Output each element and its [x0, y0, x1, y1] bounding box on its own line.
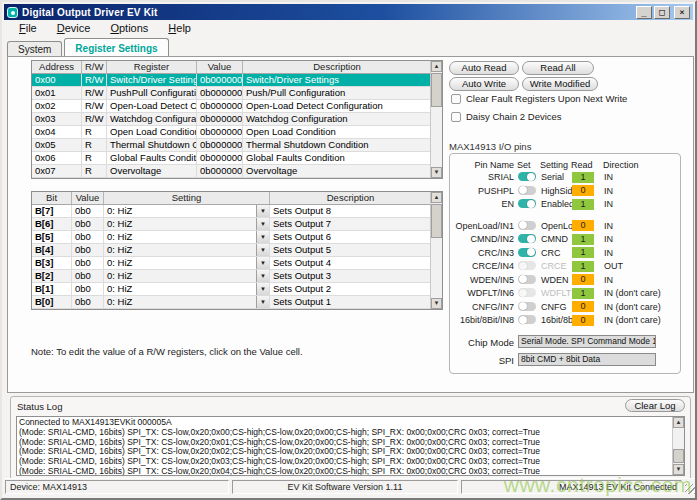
pin-name-label: OpenLoad/IN1: [450, 220, 514, 232]
tab-register-settings[interactable]: Register Settings: [64, 38, 168, 57]
auto-write-button[interactable]: Auto Write: [449, 77, 519, 91]
io-pin-row: WDFLT/IN6WDFLT1IN (don't care): [450, 287, 680, 299]
status-log-area[interactable]: Connected to MAX14913EVKit 000005A(Mode:…: [16, 416, 685, 476]
register-row[interactable]: 0x03R/WWatchdog Configuration0b00000000W…: [32, 113, 430, 126]
cell-value[interactable]: 0b00000000: [197, 126, 243, 138]
checkbox-icon[interactable]: [451, 112, 461, 122]
register-row[interactable]: 0x00R/WSwitch/Driver Settings0b00000000S…: [32, 74, 430, 87]
pin-toggle[interactable]: [518, 221, 536, 230]
auto-read-button[interactable]: Auto Read: [449, 61, 519, 75]
chevron-down-icon[interactable]: ▼: [256, 205, 269, 217]
menu-item-device[interactable]: Device: [48, 21, 100, 35]
pin-toggle[interactable]: [518, 248, 536, 257]
log-scrollbar[interactable]: ▲ ▼: [672, 417, 684, 475]
write-modified-button[interactable]: Write Modified: [522, 77, 598, 91]
pin-name-label: 16bit/8Bit/IN8: [450, 314, 514, 326]
cell-value[interactable]: 0b00000000: [197, 165, 243, 177]
maximize-button[interactable]: □: [654, 6, 670, 19]
minimize-button[interactable]: _: [636, 6, 652, 19]
pin-name-label: CMND/IN2: [450, 233, 514, 245]
bit-table-header: Bit Value Setting Description: [32, 192, 430, 205]
cell-value[interactable]: 0b00000000: [197, 100, 243, 112]
register-table: Address R/W Register Value Description 0…: [31, 60, 443, 179]
chevron-down-icon[interactable]: ▼: [256, 296, 269, 308]
pin-read-indicator: 1: [572, 234, 594, 245]
chevron-down-icon[interactable]: ▼: [256, 218, 269, 230]
read-all-button[interactable]: Read All: [522, 61, 594, 75]
setting-combobox[interactable]: 0: HiZ▼: [104, 244, 270, 256]
menu-item-file[interactable]: File: [10, 21, 46, 35]
cell-value[interactable]: 0b00000000: [197, 74, 243, 86]
cell-bit: B[0]: [32, 296, 72, 308]
pin-toggle[interactable]: [518, 186, 536, 195]
pin-read-indicator: 0: [572, 274, 594, 285]
pin-direction-label: IN (don't care): [604, 287, 661, 299]
scroll-down-icon[interactable]: ▼: [431, 167, 442, 178]
pin-toggle[interactable]: [518, 302, 536, 311]
cell-rw: R/W: [82, 113, 107, 125]
cell-value[interactable]: 0b00000000: [197, 139, 243, 151]
register-table-scrollbar[interactable]: ▲ ▼: [430, 61, 442, 178]
clear-log-button[interactable]: Clear Log: [625, 399, 685, 412]
setting-combobox[interactable]: 0: HiZ▼: [104, 231, 270, 243]
pin-toggle[interactable]: [518, 172, 536, 181]
chevron-down-icon[interactable]: ▼: [256, 257, 269, 269]
pin-toggle[interactable]: [518, 199, 536, 208]
menu-item-options[interactable]: Options: [101, 21, 157, 35]
chevron-down-icon[interactable]: ▼: [256, 283, 269, 295]
register-row[interactable]: 0x01R/WPushPull Configuration0b00000000P…: [32, 87, 430, 100]
col-setting: Setting: [104, 192, 270, 204]
scroll-down-icon[interactable]: ▼: [673, 464, 684, 475]
cell-register: Thermal Shutdown Con...: [107, 139, 197, 151]
hdr-read: Read: [571, 160, 593, 170]
pin-direction-label: IN (don't care): [604, 301, 661, 313]
cell-bit: B[5]: [32, 231, 72, 243]
chip-mode-field: Serial Mode. SPI Command Mode 16bit: [518, 335, 656, 348]
cell-value[interactable]: 0b00000000: [197, 113, 243, 125]
cell-description: Push/Pull Configuration: [243, 87, 432, 99]
cell-address: 0x01: [32, 87, 82, 99]
cell-value[interactable]: 0b00000000: [197, 152, 243, 164]
pin-name-label: EN: [450, 198, 514, 210]
checkbox-icon[interactable]: [451, 94, 461, 104]
close-button[interactable]: ×: [674, 6, 690, 19]
scrollbar-thumb[interactable]: [431, 204, 442, 238]
setting-combobox[interactable]: 0: HiZ▼: [104, 283, 270, 295]
setting-combobox[interactable]: 0: HiZ▼: [104, 296, 270, 308]
scroll-up-icon[interactable]: ▲: [673, 417, 684, 428]
checkbox-label: Daisy Chain 2 Devices: [466, 111, 562, 122]
scrollbar-thumb[interactable]: [431, 73, 442, 107]
scrollbar-thumb[interactable]: [673, 449, 684, 463]
daisy-chain-checkbox[interactable]: Daisy Chain 2 Devices: [451, 111, 562, 122]
tab-system[interactable]: System: [7, 41, 62, 57]
register-row[interactable]: 0x05RThermal Shutdown Con...0b00000000Th…: [32, 139, 430, 152]
register-row[interactable]: 0x06RGlobal Faults Condition0b00000000Gl…: [32, 152, 430, 165]
resize-grip-icon[interactable]: [685, 484, 695, 494]
chevron-down-icon[interactable]: ▼: [256, 270, 269, 282]
io-pins-group-title: MAX14913 I/O pins: [449, 141, 531, 152]
scroll-up-icon[interactable]: ▲: [431, 192, 442, 203]
menu-item-help[interactable]: Help: [159, 21, 200, 35]
register-row[interactable]: 0x07ROvervoltage0b00000000Overvoltage: [32, 165, 430, 178]
pin-toggle[interactable]: [518, 234, 536, 243]
cell-rw: R/W: [82, 74, 107, 86]
bit-table-scrollbar[interactable]: ▲ ▼: [430, 192, 442, 309]
setting-combobox[interactable]: 0: HiZ▼: [104, 270, 270, 282]
setting-combobox[interactable]: 0: HiZ▼: [104, 205, 270, 217]
register-row[interactable]: 0x04ROpen Load Condition0b00000000Open L…: [32, 126, 430, 139]
cell-address: 0x05: [32, 139, 82, 151]
scroll-up-icon[interactable]: ▲: [431, 61, 442, 72]
chevron-down-icon[interactable]: ▼: [256, 231, 269, 243]
pin-name-label: CRCE/IN4: [450, 260, 514, 272]
register-row[interactable]: 0x02R/WOpen-Load Detect Confi...0b000000…: [32, 100, 430, 113]
pin-toggle[interactable]: [518, 315, 536, 324]
clear-fault-registers-checkbox[interactable]: Clear Fault Registers Upon Next Write: [451, 93, 627, 104]
setting-combobox[interactable]: 0: HiZ▼: [104, 218, 270, 230]
chevron-down-icon[interactable]: ▼: [256, 244, 269, 256]
setting-combobox[interactable]: 0: HiZ▼: [104, 257, 270, 269]
cell-description: Watchdog Configuration: [243, 113, 432, 125]
cell-bit-value: 0b0: [72, 244, 104, 256]
scroll-down-icon[interactable]: ▼: [431, 298, 442, 309]
pin-toggle[interactable]: [518, 275, 536, 284]
cell-value[interactable]: 0b00000000: [197, 87, 243, 99]
